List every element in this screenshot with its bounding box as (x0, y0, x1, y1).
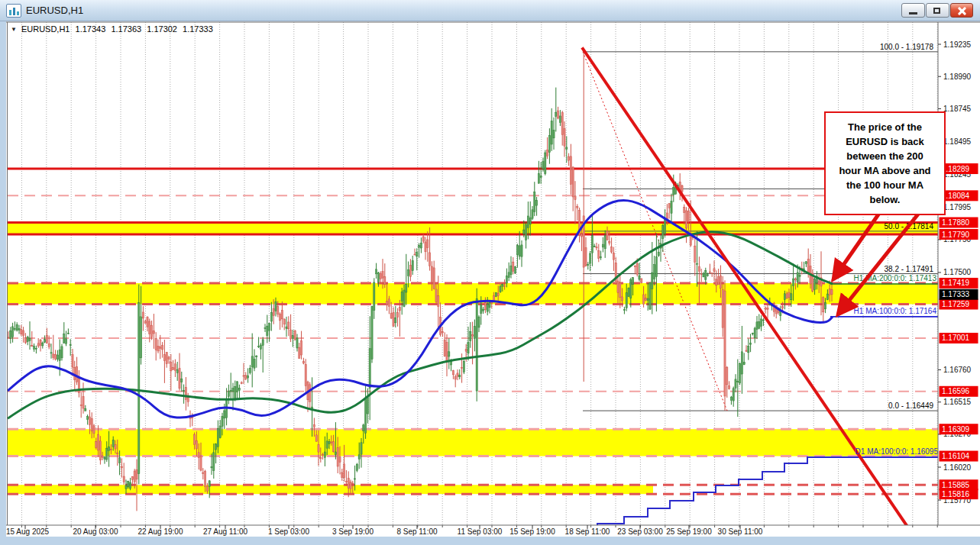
svg-text:1.17259: 1.17259 (942, 300, 970, 308)
svg-text:1.16104: 1.16104 (942, 452, 970, 460)
annotation-note: The price of the EURUSD is back between … (824, 111, 946, 215)
chart-frame: 100.0 - 1.1917850.0 - 1.1781438.2 - 1.17… (0, 21, 980, 537)
note-line: the 100 hour MA (826, 178, 944, 192)
quote-open: 1.17343 (76, 24, 106, 34)
quote-bar[interactable]: ▼EURUSD,H1 1.17343 1.17363 1.17302 1.173… (11, 24, 216, 34)
svg-text:1.18084: 1.18084 (942, 192, 970, 200)
svg-text:18 Sep 11:00: 18 Sep 11:00 (565, 527, 610, 536)
quote-symbol: EURUSD,H1 (21, 24, 70, 34)
svg-text:D1 MA:100:0:0: 1.16095: D1 MA:100:0:0: 1.16095 (855, 447, 939, 456)
svg-text:1.18495: 1.18495 (943, 137, 972, 146)
svg-text:1.17995: 1.17995 (943, 203, 972, 211)
svg-text:H1 MA:100:0:0: 1.17164: H1 MA:100:0:0: 1.17164 (854, 307, 937, 315)
maximize-button[interactable] (926, 3, 949, 18)
note-line: below. (826, 192, 944, 207)
svg-text:1.17001: 1.17001 (942, 334, 970, 342)
title-bar[interactable]: EURUSD,H1 (0, 0, 980, 21)
svg-text:3 Sep 19:00: 3 Sep 19:00 (332, 527, 374, 536)
note-line: hour MA above and (826, 163, 944, 178)
svg-text:1.18745: 1.18745 (943, 105, 972, 113)
note-line: The price of the (826, 120, 944, 134)
svg-text:27 Aug 11:00: 27 Aug 11:00 (203, 527, 248, 536)
svg-text:25 Sep 19:00: 25 Sep 19:00 (666, 527, 712, 536)
svg-text:0.0 - 1.16449: 0.0 - 1.16449 (888, 401, 933, 410)
svg-text:1.16596: 1.16596 (942, 387, 970, 395)
quote-low: 1.17302 (147, 24, 177, 34)
window-title: EURUSD,H1 (26, 5, 83, 16)
svg-text:1.15885: 1.15885 (942, 481, 970, 489)
svg-text:1 Sep 03:00: 1 Sep 03:00 (268, 527, 309, 536)
quote-high: 1.17363 (111, 24, 141, 34)
svg-text:1.16020: 1.16020 (943, 463, 972, 472)
note-line: between the 200 (826, 149, 944, 163)
svg-text:1.17880: 1.17880 (942, 218, 970, 227)
svg-text:15 Aug 2025: 15 Aug 2025 (6, 527, 50, 536)
minimize-button[interactable] (901, 3, 925, 18)
svg-text:1.18990: 1.18990 (943, 73, 972, 81)
svg-text:1.16309: 1.16309 (942, 425, 970, 434)
maximize-icon (933, 8, 940, 14)
svg-text:20 Aug 03:00: 20 Aug 03:00 (73, 527, 118, 536)
svg-text:1.17333: 1.17333 (942, 290, 970, 298)
svg-text:1.16515: 1.16515 (943, 398, 972, 406)
chart-window-icon (6, 4, 21, 18)
svg-text:1.18289: 1.18289 (942, 165, 970, 173)
svg-text:23 Sep 03:00: 23 Sep 03:00 (617, 527, 663, 536)
svg-text:1.17419: 1.17419 (942, 279, 970, 287)
svg-text:8 Sep 11:00: 8 Sep 11:00 (396, 527, 438, 536)
chevron-down-icon: ▼ (11, 26, 17, 33)
svg-text:1.19235: 1.19235 (943, 40, 972, 49)
svg-text:22 Aug 19:00: 22 Aug 19:00 (138, 527, 183, 536)
close-button[interactable] (950, 3, 973, 18)
note-line: EURUSD is back (826, 134, 944, 149)
quote-close: 1.17333 (183, 24, 213, 34)
svg-text:1.17500: 1.17500 (943, 268, 972, 276)
svg-text:15 Sep 19:00: 15 Sep 19:00 (509, 527, 555, 536)
app-window: EURUSD,H1 100.0 - 1.1917850.0 - 1.178143… (0, 0, 980, 545)
svg-text:1.17790: 1.17790 (942, 231, 970, 239)
close-icon (957, 6, 967, 16)
svg-text:100.0 - 1.19178: 100.0 - 1.19178 (880, 43, 933, 51)
svg-text:30 Sep 11:00: 30 Sep 11:00 (718, 527, 763, 536)
svg-text:1.16760: 1.16760 (943, 366, 972, 374)
minimize-icon (909, 12, 917, 15)
price-chart[interactable]: 100.0 - 1.1917850.0 - 1.1781438.2 - 1.17… (0, 21, 980, 537)
svg-text:38.2 - 1.17491: 38.2 - 1.17491 (885, 265, 934, 273)
svg-text:11 Sep 03:00: 11 Sep 03:00 (458, 527, 503, 536)
svg-text:1.15816: 1.15816 (942, 490, 970, 498)
